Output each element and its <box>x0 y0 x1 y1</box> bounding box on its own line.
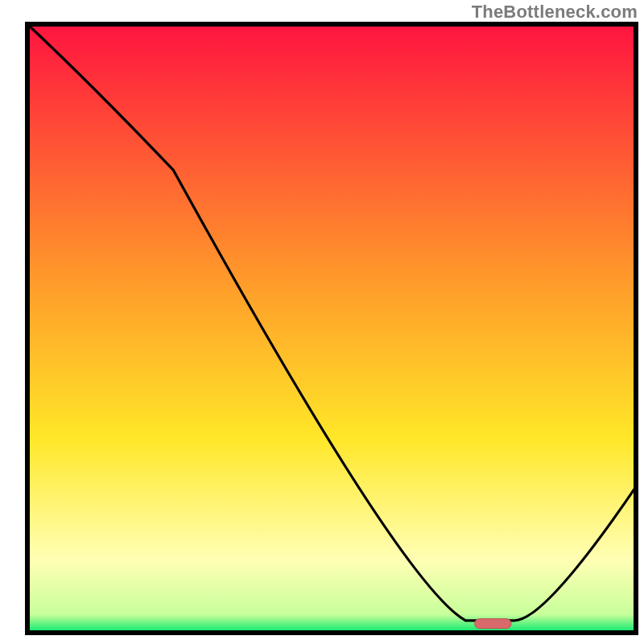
chart-root: TheBottleneck.com <box>0 0 644 644</box>
bottleneck-chart <box>0 0 644 644</box>
watermark-text: TheBottleneck.com <box>472 2 638 23</box>
optimum-marker <box>475 619 511 629</box>
